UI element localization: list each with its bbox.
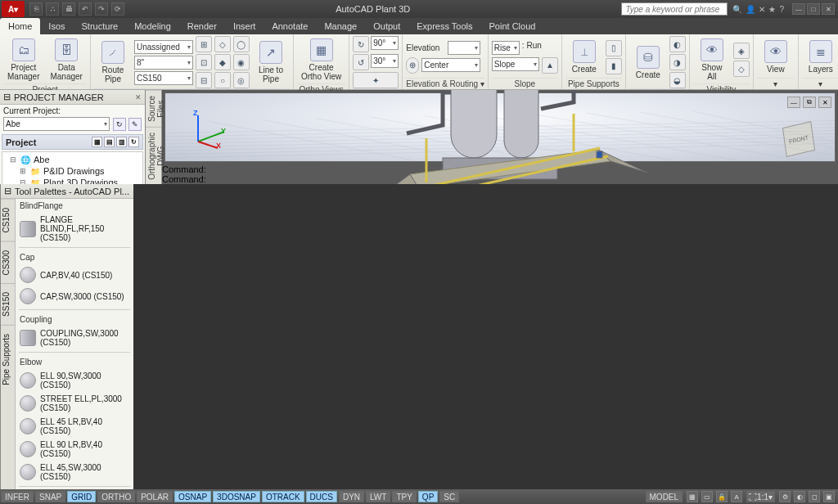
part-btn-3[interactable]: ⊟ [196, 72, 212, 88]
status-toggle-dyn[interactable]: DYN [339, 491, 364, 502]
tp-item[interactable]: ELL 45 LR,BV,40 (CS150) [16, 415, 133, 438]
close-button[interactable]: ✕ [822, 3, 835, 15]
qat-button-3[interactable]: ↶ [79, 2, 92, 16]
project-manager-button[interactable]: 🗂Project Manager [3, 36, 43, 83]
layers-panel-button[interactable]: ≣Layers [802, 38, 838, 76]
status-toggle-3dosnap[interactable]: 3DOSNAP [213, 491, 260, 502]
menu-tab-insert[interactable]: Insert [225, 18, 264, 34]
tp-item[interactable]: COUPLING,SW,3000 (CS150) [16, 326, 133, 349]
status-toggle-lwt[interactable]: LWT [366, 491, 390, 502]
tp-item[interactable]: CAP,SW,3000 (CS150) [16, 286, 133, 307]
vis-btn-2[interactable]: ◇ [733, 61, 750, 77]
equipment-create-button[interactable]: ⛁Create [629, 43, 667, 82]
vtab-orthographic-dwg[interactable]: Orthographic DWG [146, 127, 161, 184]
part-btn-8[interactable]: ◉ [233, 54, 250, 70]
part-btn-1[interactable]: ⊞ [196, 36, 212, 52]
sb-layout-icon[interactable]: ▭ [701, 491, 713, 502]
star-icon[interactable]: ★ [768, 5, 776, 14]
equip-btn-1[interactable]: ◐ [669, 36, 686, 52]
equip-btn-3[interactable]: ◒ [669, 72, 686, 88]
status-toggle-sc[interactable]: SC [439, 491, 459, 502]
equip-btn-2[interactable]: ◑ [669, 54, 686, 70]
new-project-icon[interactable]: ✎ [128, 118, 142, 131]
compass-toggle[interactable]: ✦ [353, 72, 399, 88]
annotation-scale[interactable]: ⛶1:1▾ [746, 491, 775, 502]
tree-btn-1[interactable]: ▦ [92, 137, 102, 147]
center-toggle-icon[interactable]: ⊕ [406, 57, 419, 74]
binoculars-icon[interactable]: 🔍 [732, 5, 742, 14]
menu-tab-output[interactable]: Output [365, 18, 408, 34]
status-toggle-grid[interactable]: GRID [67, 491, 96, 502]
sb-lock-icon[interactable]: 🔒 [716, 491, 728, 502]
qat-button-5[interactable]: ⟳ [111, 2, 124, 16]
tree-btn-3[interactable]: ▥ [116, 137, 127, 147]
slope-dropdown[interactable]: Slope [492, 57, 539, 71]
spec-dropdown[interactable]: CS150 [134, 71, 193, 85]
exchange-icon[interactable]: ✕ [759, 5, 765, 14]
compass-cw-icon[interactable]: ↻ [353, 36, 369, 52]
tree-btn-4[interactable]: ↻ [128, 137, 139, 147]
tp-item[interactable]: ELL 90,SW,3000 (CS150) [16, 369, 133, 392]
tp-item[interactable]: FLANGE BLIND,FL,RF,150 (CS150) [16, 213, 133, 245]
app-menu-button[interactable]: A▾ [2, 1, 25, 17]
qat-button-1[interactable]: ⛬ [46, 2, 59, 16]
menu-tab-structure[interactable]: Structure [74, 18, 127, 34]
elevation-input[interactable] [448, 41, 480, 55]
line-to-pipe-button[interactable]: ↗Line to Pipe [252, 38, 290, 86]
show-all-button[interactable]: 👁Show All [693, 36, 731, 83]
tp-item[interactable]: CAP,BV,40 (CS150) [16, 264, 133, 286]
tool-palettes-header[interactable]: ⊟ Tool Palettes - AutoCAD Pl... [1, 184, 133, 199]
pin-icon[interactable]: ⊟ [4, 186, 11, 196]
tp-tab-pipe-supports[interactable]: Pipe Supports [1, 325, 15, 394]
status-toggle-ducs[interactable]: DUCS [306, 491, 337, 502]
menu-tab-isos[interactable]: Isos [40, 18, 73, 34]
compass-angle-2[interactable]: 30° [371, 54, 399, 68]
tree-node[interactable]: ⊞📁P&ID Drawings [9, 165, 139, 177]
tp-tab-cs300[interactable]: CS300 [1, 241, 15, 284]
tp-item[interactable]: STREET ELL,PL,3000 (CS150) [16, 392, 133, 415]
view-panel-button[interactable]: 👁View [757, 38, 795, 76]
compass-ccw-icon[interactable]: ↺ [353, 54, 369, 70]
part-btn-7[interactable]: ◯ [233, 36, 250, 52]
vis-btn-1[interactable]: ◈ [733, 43, 750, 59]
menu-tab-modeling[interactable]: Modeling [126, 18, 179, 34]
maximize-button[interactable]: □ [807, 3, 820, 15]
tp-tab-cs150[interactable]: CS150 [1, 199, 15, 241]
create-ortho-view-button[interactable]: ▦Create Ortho View [297, 36, 345, 83]
part-btn-4[interactable]: ◇ [214, 36, 231, 52]
qat-button-0[interactable]: ⎘ [29, 2, 43, 16]
current-project-dropdown[interactable]: Abe [3, 117, 110, 131]
status-toggle-ortho[interactable]: ORTHO [97, 491, 135, 502]
sb-workspace-icon[interactable]: ⚙ [779, 491, 791, 502]
refresh-icon[interactable]: ↻ [113, 118, 126, 131]
status-toggle-qp[interactable]: QP [418, 491, 438, 502]
pipe-support-create-button[interactable]: ⟂Create [565, 38, 603, 76]
qat-button-2[interactable]: 🖶 [62, 2, 75, 16]
tree-btn-2[interactable]: ▤ [104, 137, 115, 147]
status-toggle-otrack[interactable]: OTRACK [262, 491, 304, 502]
sb-clean-icon[interactable]: ▣ [823, 491, 835, 502]
size-dropdown[interactable]: 8" [134, 56, 193, 70]
panel-close-icon[interactable]: ✕ [135, 93, 142, 101]
route-pipe-button[interactable]: ⟋Route Pipe [94, 38, 132, 86]
menu-tab-express-tools[interactable]: Express Tools [408, 18, 480, 34]
tree-node[interactable]: ⊟🌐Abe [9, 154, 139, 165]
tp-tab-ss150[interactable]: SS150 [1, 283, 15, 325]
status-toggle-osnap[interactable]: OSNAP [174, 491, 211, 502]
sb-grid-icon[interactable]: ▦ [687, 491, 698, 502]
signin-icon[interactable]: 👤 [746, 5, 755, 14]
help-search-input[interactable] [621, 2, 728, 16]
model-space-button[interactable]: MODEL [646, 491, 683, 502]
menu-tab-point-cloud[interactable]: Point Cloud [481, 18, 544, 34]
part-btn-2[interactable]: ⊡ [196, 54, 212, 70]
minimize-button[interactable]: — [792, 3, 805, 15]
menu-tab-manage[interactable]: Manage [316, 18, 365, 34]
support-edit-2[interactable]: ▮ [606, 58, 622, 74]
status-toggle-infer[interactable]: INFER [1, 491, 34, 502]
sb-hardware-icon[interactable]: ◐ [794, 491, 805, 502]
qat-button-4[interactable]: ↷ [95, 2, 108, 16]
data-manager-button[interactable]: 🗄Data Manager [46, 36, 86, 83]
status-toggle-polar[interactable]: POLAR [137, 491, 173, 502]
part-btn-5[interactable]: ◆ [214, 54, 231, 70]
status-toggle-snap[interactable]: SNAP [35, 491, 65, 502]
